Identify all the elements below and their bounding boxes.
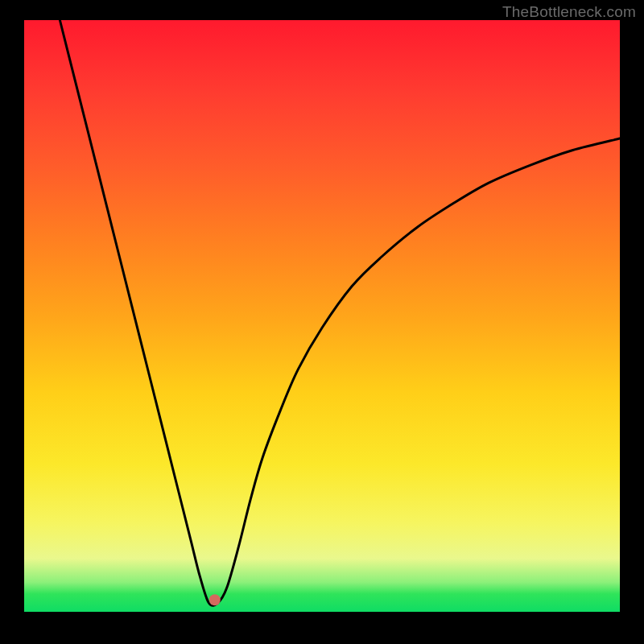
watermark-text: TheBottleneck.com <box>502 3 636 21</box>
curve-svg <box>24 20 620 612</box>
chart-frame: TheBottleneck.com <box>0 0 644 644</box>
bottleneck-curve <box>60 20 620 605</box>
minimum-marker-dot <box>209 594 221 605</box>
plot-area <box>24 20 620 612</box>
